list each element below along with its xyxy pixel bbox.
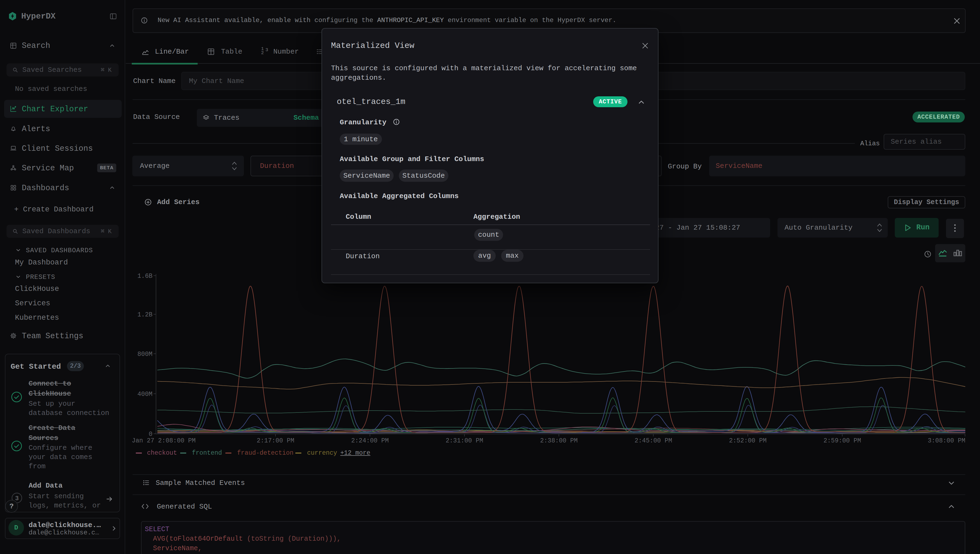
- svg-text:3:08:00 PM: 3:08:00 PM: [928, 437, 965, 444]
- svg-text:2:24:00 PM: 2:24:00 PM: [351, 437, 389, 444]
- svg-text:2:38:00 PM: 2:38:00 PM: [540, 437, 578, 444]
- svg-text:1.2B: 1.2B: [137, 311, 153, 318]
- svg-text:2:31:00 PM: 2:31:00 PM: [446, 437, 483, 444]
- svg-text:2:45:00 PM: 2:45:00 PM: [634, 437, 672, 444]
- svg-text:800M: 800M: [137, 351, 153, 358]
- svg-text:2:17:00 PM: 2:17:00 PM: [257, 437, 294, 444]
- svg-text:400M: 400M: [137, 391, 153, 398]
- svg-text:Jan 27 2:08:00 PM: Jan 27 2:08:00 PM: [132, 437, 196, 444]
- svg-text:0: 0: [149, 431, 153, 438]
- svg-text:2:52:00 PM: 2:52:00 PM: [729, 437, 766, 444]
- svg-text:1.6B: 1.6B: [137, 273, 153, 280]
- svg-text:2:59:00 PM: 2:59:00 PM: [824, 437, 861, 444]
